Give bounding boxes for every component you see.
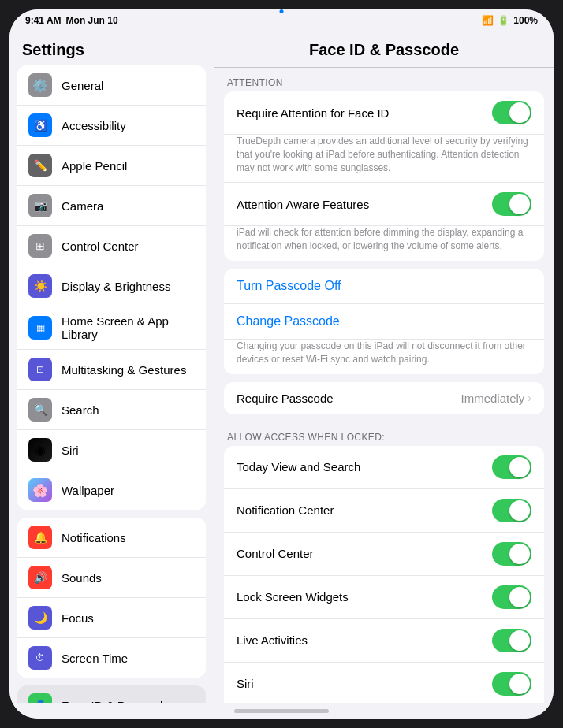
notifications-icon: 🔔 <box>28 526 52 549</box>
change-passcode-note: Changing your passcode on this iPad will… <box>224 340 544 374</box>
attention-card: Require Attention for Face ID TrueDepth … <box>224 91 544 261</box>
attention-aware-label: Attention Aware Features <box>237 198 369 211</box>
control-center-lock-row[interactable]: Control Center <box>224 533 544 576</box>
status-date: Mon Jun 10 <box>66 15 118 26</box>
display-label: Display & Brightness <box>62 280 170 293</box>
sidebar-group-1: ⚙️ General ♿ Accessibility ✏️ Apple Penc… <box>17 65 206 510</box>
attention-aware-note: iPad will check for attention before dim… <box>224 226 544 261</box>
require-attention-label: Require Attention for Face ID <box>237 106 389 120</box>
sidebar-item-siri[interactable]: ◉ Siri <box>17 430 206 470</box>
search-icon: 🔍 <box>28 398 52 422</box>
attention-aware-toggle[interactable] <box>492 192 531 216</box>
lock-screen-widgets-row[interactable]: Lock Screen Widgets <box>224 576 544 619</box>
general-label: General <box>62 79 103 92</box>
notification-center-label: Notification Center <box>237 503 334 517</box>
home-screen-label: Home Screen & App Library <box>62 314 195 341</box>
require-passcode-row[interactable]: Require Passcode Immediately › <box>224 382 544 414</box>
require-attention-row[interactable]: Require Attention for Face ID <box>224 91 544 135</box>
sidebar-item-face-id[interactable]: 👤 Face ID & Passcode <box>17 685 206 703</box>
face-id-icon: 👤 <box>28 693 52 703</box>
lock-screen-widgets-toggle[interactable] <box>492 585 531 609</box>
sidebar-item-general[interactable]: ⚙️ General <box>17 65 206 106</box>
require-attention-toggle[interactable] <box>492 101 531 124</box>
live-activities-toggle[interactable] <box>492 629 531 652</box>
control-center-lock-label: Control Center <box>237 547 314 560</box>
battery-level: 100% <box>513 15 538 26</box>
sidebar-group-3: 👤 Face ID & Passcode ✋ Privacy & Securit… <box>17 685 206 703</box>
apple-pencil-icon: ✏️ <box>28 154 52 177</box>
allow-access-card: Today View and Search Notification Cente… <box>224 446 544 703</box>
home-bar <box>234 709 329 713</box>
today-view-toggle[interactable] <box>492 455 531 479</box>
change-passcode-link[interactable]: Change Passcode <box>224 304 544 340</box>
device-frame: 9:41 AM Mon Jun 10 📶 🔋 100% Settings ⚙️ … <box>9 9 554 719</box>
accessibility-icon: ♿ <box>28 113 52 137</box>
lock-screen-widgets-label: Lock Screen Widgets <box>237 590 349 604</box>
status-left: 9:41 AM Mon Jun 10 <box>25 15 118 26</box>
require-passcode-label: Require Passcode <box>237 392 334 405</box>
sidebar-item-notifications[interactable]: 🔔 Notifications <box>17 518 206 558</box>
attention-section-label: ATTENTION <box>214 68 554 91</box>
screen-time-icon: ⏱ <box>28 646 52 670</box>
sidebar-item-accessibility[interactable]: ♿ Accessibility <box>17 106 206 146</box>
camera-icon: 📷 <box>28 194 52 217</box>
sidebar-item-apple-pencil[interactable]: ✏️ Apple Pencil <box>17 146 206 186</box>
sidebar-item-screen-time[interactable]: ⏱ Screen Time <box>17 638 206 678</box>
notification-center-row[interactable]: Notification Center <box>224 489 544 533</box>
content-area: Face ID & Passcode ATTENTION Require Att… <box>214 32 554 703</box>
today-view-row[interactable]: Today View and Search <box>224 446 544 489</box>
camera-label: Camera <box>62 199 103 213</box>
require-attention-note: TrueDepth camera provides an additional … <box>224 135 544 183</box>
sidebar-item-search[interactable]: 🔍 Search <box>17 390 206 430</box>
sidebar-item-control-center[interactable]: ⊞ Control Center <box>17 226 206 266</box>
status-time: 9:41 AM <box>25 15 62 26</box>
apple-pencil-label: Apple Pencil <box>62 159 127 173</box>
sidebar-item-display-brightness[interactable]: ☀️ Display & Brightness <box>17 266 206 306</box>
notifications-label: Notifications <box>62 531 126 544</box>
control-center-icon: ⊞ <box>28 234 52 258</box>
require-passcode-card: Require Passcode Immediately › <box>224 382 544 414</box>
home-indicator <box>9 703 554 719</box>
siri-label: Siri <box>62 444 79 457</box>
today-view-label: Today View and Search <box>237 460 360 474</box>
passcode-links-card: Turn Passcode Off Change Passcode Changi… <box>224 269 544 374</box>
screen-time-label: Screen Time <box>62 652 128 665</box>
require-passcode-value: Immediately › <box>460 392 531 405</box>
sidebar-title: Settings <box>9 32 214 65</box>
focus-label: Focus <box>62 611 94 625</box>
multitasking-icon: ⊡ <box>28 358 52 381</box>
sounds-icon: 🔊 <box>28 566 52 589</box>
sidebar-item-camera[interactable]: 📷 Camera <box>17 186 206 226</box>
siri-lock-row[interactable]: Siri <box>224 663 544 703</box>
content-title: Face ID & Passcode <box>214 32 554 68</box>
sounds-label: Sounds <box>62 571 102 585</box>
allow-access-section-label: ALLOW ACCESS WHEN LOCKED: <box>214 422 554 446</box>
status-right: 📶 🔋 100% <box>482 15 538 26</box>
siri-lock-label: Siri <box>237 677 254 690</box>
sidebar-item-focus[interactable]: 🌙 Focus <box>17 598 206 638</box>
display-icon: ☀️ <box>28 274 52 298</box>
general-icon: ⚙️ <box>28 73 52 97</box>
live-activities-label: Live Activities <box>237 633 308 647</box>
focus-icon: 🌙 <box>28 606 52 630</box>
camera-dot <box>280 9 284 13</box>
sidebar-item-sounds[interactable]: 🔊 Sounds <box>17 558 206 598</box>
battery-icon: 🔋 <box>498 15 509 26</box>
turn-passcode-off-link[interactable]: Turn Passcode Off <box>224 269 544 304</box>
attention-aware-row[interactable]: Attention Aware Features <box>224 183 544 226</box>
control-center-label: Control Center <box>62 240 139 253</box>
sidebar-item-multitasking[interactable]: ⊡ Multitasking & Gestures <box>17 350 206 390</box>
accessibility-label: Accessibility <box>62 119 126 132</box>
notification-center-toggle[interactable] <box>492 499 531 522</box>
require-passcode-chevron: › <box>528 392 531 404</box>
sidebar-item-wallpaper[interactable]: 🌸 Wallpaper <box>17 470 206 510</box>
sidebar: Settings ⚙️ General ♿ Accessibility ✏️ A… <box>9 32 214 703</box>
wallpaper-icon: 🌸 <box>28 478 52 502</box>
require-passcode-current: Immediately <box>460 392 524 405</box>
sidebar-item-home-screen[interactable]: ▦ Home Screen & App Library <box>17 306 206 350</box>
multitasking-label: Multitasking & Gestures <box>62 363 186 377</box>
siri-lock-toggle[interactable] <box>492 672 531 696</box>
control-center-lock-toggle[interactable] <box>492 542 531 566</box>
search-label: Search <box>62 403 99 417</box>
live-activities-row[interactable]: Live Activities <box>224 619 544 663</box>
